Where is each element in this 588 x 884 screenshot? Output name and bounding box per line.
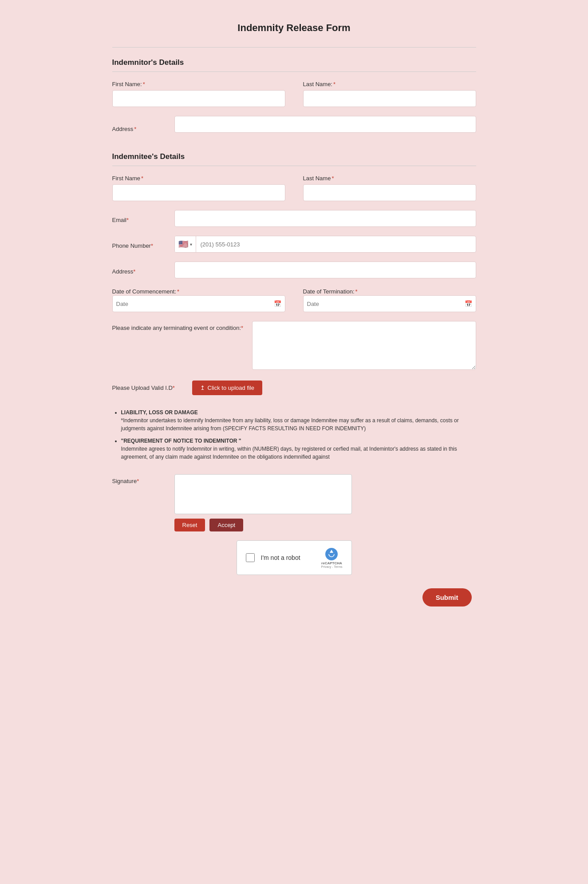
terms-section: LIABILITY, LOSS OR DAMAGE *Indemnitor un… [112,408,476,461]
phone-flag-dropdown[interactable]: 🇺🇸 ▾ [175,236,196,252]
upload-button[interactable]: ↥ Click to upload file [192,381,263,395]
captcha-row: I'm not a robot reCAPTCHA Privacy - Term… [112,540,476,575]
recaptcha-links: Privacy - Terms [321,565,342,568]
signature-box-col: Reset Accept [174,474,476,531]
indemnitee-phone-label: Phone Number* [112,242,166,253]
termination-date-input[interactable] [307,301,462,307]
captcha-label: I'm not a robot [261,554,315,561]
terms-title-1: LIABILITY, LOSS OR DAMAGE [121,409,198,416]
indemnitor-section-title: Indemnitor's Details [112,48,476,72]
calendar-icon[interactable]: 📅 [274,300,281,307]
indemnitee-last-name-group: Last Name* [303,175,476,201]
termination-date-group: Date of Termination:* 📅 [303,287,476,312]
terms-title-2: "REQUIREMENT OF NOTICE TO INDEMNITOR " [121,438,241,444]
terms-text-2: Indemnitee agrees to notify Indemnitor i… [121,446,457,460]
indemnitor-last-name-group: Last Name:* [303,81,476,107]
indemnitee-phone-row: Phone Number* 🇺🇸 ▾ [112,236,476,253]
indemnitor-section: Indemnitor's Details First Name:* Last N… [112,48,476,133]
signature-reset-button[interactable]: Reset [174,519,205,531]
indemnitee-phone-input[interactable] [196,238,476,250]
signature-canvas[interactable] [174,474,352,514]
indemnitee-first-name-group: First Name* [112,175,285,201]
indemnitor-address-input[interactable] [174,116,476,133]
indemnitor-address-row: Address* [112,116,476,133]
indemnitee-address-input[interactable] [174,262,476,278]
indemnitee-email-label: Email* [112,217,166,227]
submit-row: Submit [112,588,476,607]
terminating-event-row: Please indicate any terminating event or… [112,321,476,372]
commencement-date-label: Date of Commencement:* [112,288,180,295]
terms-item-1: LIABILITY, LOSS OR DAMAGE *Indemnitor un… [121,408,476,432]
signature-buttons: Reset Accept [174,519,476,531]
chevron-down-icon: ▾ [190,242,192,247]
upload-icon: ↥ [200,385,205,391]
indemnitee-last-name-label: Last Name* [303,175,476,182]
signature-row: Signature* Reset Accept [112,474,476,531]
terms-text-1: *Indemnitor undertakes to idemnify Indem… [121,417,459,432]
indemnitor-last-name-input[interactable] [303,90,476,107]
commencement-date-input[interactable] [116,301,271,307]
commencement-date-wrapper: 📅 [112,295,285,312]
indemnitee-first-name-label: First Name* [112,175,285,182]
us-flag-icon: 🇺🇸 [178,239,188,249]
signature-accept-button[interactable]: Accept [209,519,243,531]
indemnitee-email-input[interactable] [174,210,476,227]
indemnitee-name-row: First Name* Last Name* [112,175,476,201]
upload-row: Please Upload Valid I.D* ↥ Click to uplo… [112,381,476,395]
termination-date-label: Date of Termination:* [303,288,358,295]
upload-button-label: Click to upload file [208,385,255,391]
indemnitor-first-name-group: First Name:* [112,81,285,107]
terminating-event-textarea[interactable] [252,321,476,370]
indemnitee-section: Indemnitee's Details First Name* Last Na… [112,142,476,372]
signature-label: Signature* [112,474,166,484]
recaptcha-brand: reCAPTCHA [321,561,342,565]
terms-item-2: "REQUIREMENT OF NOTICE TO INDEMNITOR " I… [121,437,476,461]
indemnitor-last-name-label: Last Name:* [303,81,476,87]
indemnitee-last-name-input[interactable] [303,184,476,201]
dates-row: Date of Commencement:* 📅 Date of Termina… [112,287,476,312]
page-title: Indemnity Release Form [112,13,476,48]
captcha-checkbox[interactable] [246,553,255,562]
termination-date-wrapper: 📅 [303,295,476,312]
terminating-event-label: Please indicate any terminating event or… [112,321,244,331]
terms-list: LIABILITY, LOSS OR DAMAGE *Indemnitor un… [112,408,476,461]
calendar-icon-2[interactable]: 📅 [465,300,472,307]
indemnitee-section-title: Indemnitee's Details [112,142,476,166]
indemnitor-name-row: First Name:* Last Name:* [112,81,476,107]
indemnitee-first-name-input[interactable] [112,184,285,201]
indemnitor-address-label: Address* [112,126,137,132]
phone-input-wrapper: 🇺🇸 ▾ [174,236,476,253]
indemnitor-first-name-input[interactable] [112,90,285,107]
commencement-date-group: Date of Commencement:* 📅 [112,287,285,312]
indemnitee-email-row: Email* [112,210,476,227]
captcha-box: I'm not a robot reCAPTCHA Privacy - Term… [237,540,352,575]
recaptcha-icon [324,547,339,561]
recaptcha-logo: reCAPTCHA Privacy - Terms [321,547,342,568]
indemnitee-address-row: Address* [112,262,476,278]
indemnitee-address-label: Address* [112,268,166,278]
upload-label: Please Upload Valid I.D* [112,385,183,391]
submit-button[interactable]: Submit [422,588,472,607]
indemnitor-first-name-label: First Name:* [112,81,285,87]
